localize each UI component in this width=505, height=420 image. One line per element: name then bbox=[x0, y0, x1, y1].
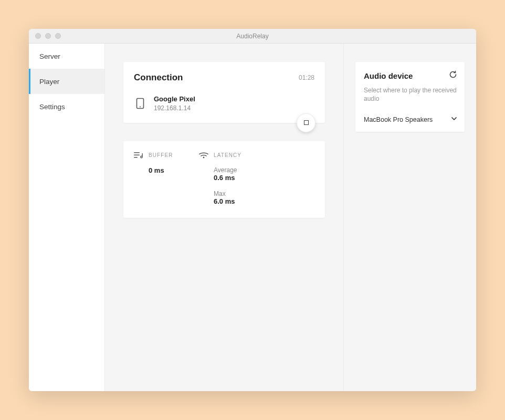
device-ip: 192.168.1.14 bbox=[154, 104, 195, 112]
refresh-icon bbox=[449, 71, 457, 80]
latency-max-value: 6.0 ms bbox=[214, 197, 251, 205]
audio-device-description: Select where to play the received audio bbox=[364, 86, 457, 103]
titlebar: AudioRelay bbox=[29, 29, 476, 44]
latency-stat: LATENCY Average 0.6 ms Max 6.0 ms bbox=[199, 152, 251, 205]
sidebar-item-player[interactable]: Player bbox=[29, 69, 104, 94]
minimize-window-button[interactable] bbox=[45, 33, 51, 39]
sidebar-item-label: Settings bbox=[39, 103, 65, 111]
svg-rect-4 bbox=[134, 157, 138, 158]
sidebar-item-label: Player bbox=[39, 78, 59, 86]
stop-button[interactable] bbox=[297, 113, 315, 132]
audio-device-selected: MacBook Pro Speakers bbox=[364, 116, 433, 123]
latency-label: LATENCY bbox=[214, 152, 241, 158]
stop-icon bbox=[304, 120, 309, 125]
traffic-lights bbox=[29, 33, 61, 39]
refresh-button[interactable] bbox=[449, 70, 457, 81]
connection-elapsed-time: 01:28 bbox=[299, 74, 314, 81]
chevron-down-icon bbox=[451, 116, 457, 123]
audio-device-title: Audio device bbox=[364, 71, 413, 80]
maximize-window-button[interactable] bbox=[55, 33, 61, 39]
svg-rect-2 bbox=[134, 152, 140, 153]
main-content: Connection 01:28 Google Pixel 192.1 bbox=[105, 44, 476, 391]
svg-rect-6 bbox=[142, 153, 143, 156]
center-column: Connection 01:28 Google Pixel 192.1 bbox=[105, 44, 344, 391]
latency-max-label: Max bbox=[214, 190, 251, 197]
stats-card: BUFFER 0 ms bbox=[123, 141, 325, 218]
buffer-value: 0 ms bbox=[134, 166, 186, 174]
sidebar: Server Player Settings bbox=[29, 44, 105, 391]
connection-title: Connection bbox=[134, 72, 183, 83]
window-body: Server Player Settings Connection 01:28 bbox=[29, 44, 476, 391]
latency-avg-value: 0.6 ms bbox=[214, 174, 251, 182]
latency-avg-label: Average bbox=[214, 166, 251, 174]
audio-device-select[interactable]: MacBook Pro Speakers bbox=[364, 116, 457, 123]
connected-device-row: Google Pixel 192.168.1.14 bbox=[134, 94, 314, 112]
close-window-button[interactable] bbox=[35, 33, 41, 39]
svg-rect-3 bbox=[134, 154, 140, 155]
audio-device-panel: Audio device Select where to play the re… bbox=[355, 62, 465, 132]
device-name: Google Pixel bbox=[154, 94, 195, 104]
sidebar-item-label: Server bbox=[39, 52, 60, 60]
sidebar-item-settings[interactable]: Settings bbox=[29, 94, 104, 119]
svg-point-1 bbox=[140, 106, 141, 107]
buffer-label: BUFFER bbox=[149, 152, 173, 158]
connection-card: Connection 01:28 Google Pixel 192.1 bbox=[123, 62, 325, 123]
window-title: AudioRelay bbox=[29, 33, 476, 40]
wifi-icon bbox=[199, 152, 208, 159]
app-window: AudioRelay Server Player Settings Connec… bbox=[29, 29, 476, 391]
phone-icon bbox=[136, 98, 144, 109]
buffer-icon bbox=[134, 152, 143, 159]
right-column: Audio device Select where to play the re… bbox=[344, 44, 476, 391]
buffer-stat: BUFFER 0 ms bbox=[134, 152, 186, 205]
svg-point-7 bbox=[203, 156, 205, 158]
sidebar-item-server[interactable]: Server bbox=[29, 44, 104, 69]
